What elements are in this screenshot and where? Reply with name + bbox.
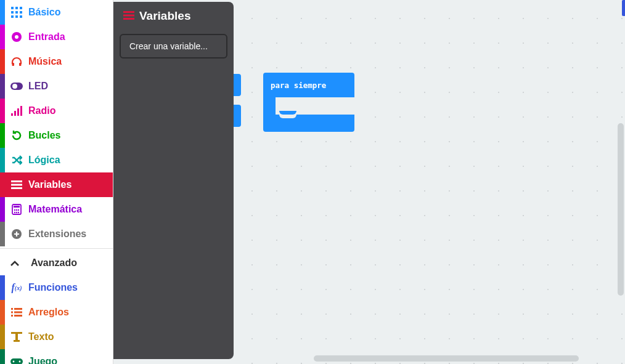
svg-rect-2 [20,7,22,9]
cat-extensiones[interactable]: Extensiones [0,222,113,246]
svg-rect-6 [11,15,14,18]
hidden-blocks-edge [234,74,241,135]
cat-label: Música [28,56,62,67]
cat-label: Extensiones [28,229,86,240]
bars-icon [123,10,134,23]
cat-label: Arreglos [28,307,69,318]
cat-label: Funciones [28,282,78,293]
cat-juego[interactable]: Juego [0,349,113,364]
svg-rect-34 [14,312,22,313]
shuffle-icon [5,155,28,166]
variables-flyout: Variables Crear una variable... [113,2,234,359]
advanced-label: Avanzado [31,257,77,269]
cat-label: Juego [28,356,57,364]
workspace-scrollbar-horizontal[interactable] [314,355,579,362]
cat-arreglos[interactable]: Arreglos [0,300,113,325]
workspace-scrollbar-vertical[interactable] [618,123,624,296]
plus-circle-icon [5,229,28,240]
text-icon [5,332,28,342]
stripe [0,349,5,364]
cat-matematica[interactable]: Matemática [0,197,113,222]
svg-rect-20 [11,184,22,186]
svg-point-26 [18,209,19,211]
svg-rect-33 [11,312,13,313]
svg-rect-40 [10,358,23,364]
bars-icon [5,180,28,189]
svg-point-10 [15,35,18,39]
stripe [0,172,5,197]
cat-label: Básico [28,7,60,18]
cat-label: LED [28,81,48,92]
flyout-header: Variables [123,9,227,23]
stripe [0,197,5,222]
cat-bucles[interactable]: Bucles [0,123,113,148]
cat-basico[interactable]: Básico [0,0,113,25]
gamepad-icon [5,357,28,364]
chevron-up-icon [10,258,20,269]
redo-icon [5,130,28,141]
headphones-icon [5,56,28,67]
stripe [0,25,5,49]
stripe [0,300,5,325]
svg-rect-23 [14,206,20,208]
forever-block[interactable]: para siempre [263,73,354,132]
cat-led[interactable]: LED [0,74,113,99]
svg-rect-0 [11,7,14,9]
stripe [0,325,5,349]
svg-rect-11 [12,63,15,66]
svg-rect-45 [123,18,134,20]
svg-rect-7 [15,15,18,18]
svg-point-27 [14,212,15,213]
cat-entrada[interactable]: Entrada [0,25,113,49]
svg-rect-39 [14,340,20,342]
blocks-workspace[interactable]: para siempre [234,0,625,364]
category-sidebar[interactable]: Básico Entrada Música LED Radio Buc [0,0,113,364]
svg-rect-4 [15,11,18,14]
svg-rect-19 [11,180,22,182]
svg-rect-8 [20,15,22,18]
stripe [0,123,5,148]
cat-label: Matemática [28,204,82,215]
svg-point-28 [16,212,17,213]
side-strip [622,0,625,16]
cat-label: Bucles [28,130,60,141]
divider [0,248,113,249]
stripe [0,0,5,25]
cat-variables[interactable]: Variables [0,172,113,197]
svg-rect-17 [17,108,19,116]
stripe [0,99,5,123]
fx-icon: f(x) [5,282,28,293]
svg-point-14 [12,84,17,89]
advanced-toggle[interactable]: Avanzado [0,251,113,275]
calculator-icon [5,204,28,215]
svg-rect-21 [11,187,22,189]
svg-rect-44 [123,14,134,16]
grid-icon [5,7,28,18]
svg-point-24 [14,209,15,211]
svg-rect-35 [11,315,13,317]
svg-rect-1 [15,7,18,9]
create-variable-button[interactable]: Crear una variable... [120,34,227,59]
svg-rect-18 [20,106,22,116]
stripe [0,222,5,246]
cat-funciones[interactable]: f(x) Funciones [0,275,113,300]
svg-rect-16 [14,111,16,116]
stripe [0,275,5,300]
cat-musica[interactable]: Música [0,49,113,74]
svg-point-42 [19,361,21,363]
signal-icon [5,106,28,116]
stripe [0,74,5,99]
list-icon [5,308,28,317]
flyout-title: Variables [139,9,190,23]
cat-logica[interactable]: Lógica [0,148,113,172]
cat-label: Radio [28,105,55,116]
svg-rect-32 [14,308,22,310]
svg-point-29 [18,212,19,213]
cat-label: Lógica [28,155,60,166]
cat-texto[interactable]: Texto [0,325,113,349]
stripe [0,49,5,74]
toggle-icon [5,82,28,91]
cat-radio[interactable]: Radio [0,99,113,123]
cat-label: Texto [28,331,54,342]
cat-label: Entrada [28,31,65,42]
